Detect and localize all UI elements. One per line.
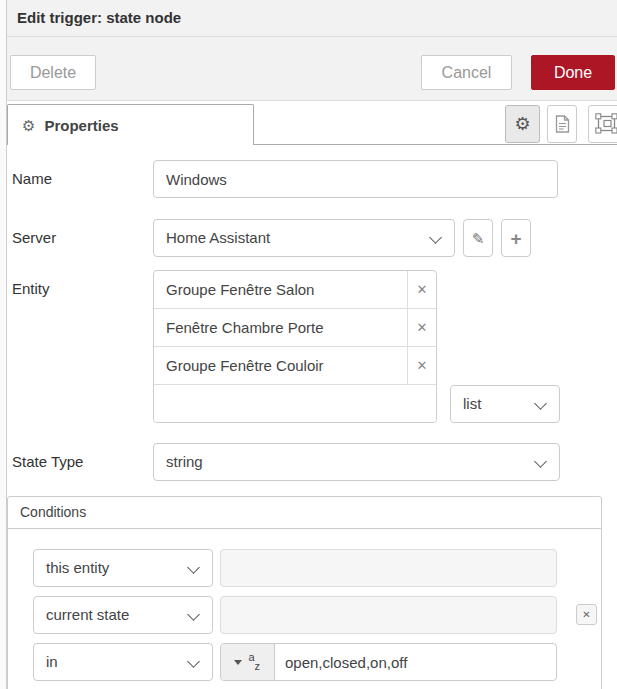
condition-value-input[interactable]	[275, 644, 556, 680]
server-select-value: Home Assistant	[166, 229, 270, 246]
add-server-button[interactable]: +	[501, 219, 531, 257]
chevron-down-icon	[534, 455, 547, 468]
condition-typed-input	[220, 643, 557, 681]
condition-value-input	[220, 549, 557, 587]
name-input[interactable]	[153, 160, 558, 198]
entity-item-label[interactable]: Groupe Fenêtre Salon	[154, 271, 407, 308]
entity-type-value: list	[463, 395, 481, 412]
typed-input-type-button[interactable]	[221, 644, 275, 680]
condition-property-value: this entity	[46, 559, 109, 576]
done-button[interactable]: Done	[531, 55, 615, 90]
entity-list: Groupe Fenêtre Salon ✕ Fenêtre Chambre P…	[153, 270, 437, 423]
remove-entity-button[interactable]: ✕	[407, 271, 436, 308]
dialog-toolbar: Delete Cancel Done	[7, 37, 617, 101]
plus-icon: +	[510, 229, 521, 248]
entity-item: Groupe Fenêtre Couloir ✕	[154, 347, 436, 385]
state-type-value: string	[166, 453, 203, 470]
server-label: Server	[12, 229, 56, 246]
dialog-title: Edit trigger: state node	[7, 0, 617, 36]
chevron-down-icon	[187, 561, 200, 574]
condition-property-select[interactable]: current state	[33, 596, 213, 634]
state-type-select[interactable]: string	[153, 443, 560, 481]
gear-icon: ⚙	[22, 118, 35, 133]
remove-entity-button[interactable]: ✕	[407, 347, 436, 384]
pencil-icon: ✎	[472, 231, 485, 246]
entity-new-row	[154, 385, 436, 422]
remove-entity-button[interactable]: ✕	[407, 309, 436, 346]
edit-server-button[interactable]: ✎	[463, 219, 493, 257]
cancel-button[interactable]: Cancel	[421, 55, 512, 90]
conditions-header: Conditions	[8, 497, 601, 529]
document-icon	[555, 115, 570, 133]
tab-properties[interactable]: ⚙ Properties	[7, 104, 254, 145]
condition-property-value: in	[46, 653, 58, 670]
description-view-button[interactable]	[547, 105, 577, 143]
chevron-down-icon	[429, 231, 442, 244]
entity-label: Entity	[12, 280, 50, 297]
tray-resize-handle[interactable]	[0, 0, 7, 689]
tab-row-divider	[253, 144, 617, 145]
string-type-icon	[249, 652, 262, 672]
new-entity-input[interactable]	[154, 385, 436, 422]
entity-item: Fenêtre Chambre Porte ✕	[154, 309, 436, 347]
condition-value-input	[220, 596, 557, 634]
condition-property-value: current state	[46, 606, 129, 623]
gear-icon: ⚙	[514, 115, 530, 133]
server-select[interactable]: Home Assistant	[153, 219, 455, 257]
state-type-label: State Type	[12, 453, 83, 470]
dialog-header: Edit trigger: state node	[7, 0, 617, 37]
appearance-icon	[595, 113, 617, 135]
chevron-down-icon	[534, 397, 547, 410]
entity-item: Groupe Fenêtre Salon ✕	[154, 271, 436, 309]
chevron-down-icon	[187, 655, 200, 668]
appearance-view-button[interactable]	[588, 105, 617, 143]
tab-properties-label: Properties	[44, 117, 118, 134]
chevron-down-icon	[187, 608, 200, 621]
delete-button[interactable]: Delete	[10, 55, 96, 90]
edit-trigger-dialog: Edit trigger: state node Delete Cancel D…	[0, 0, 617, 689]
condition-property-select[interactable]: in	[33, 643, 213, 681]
entity-type-select[interactable]: list	[450, 385, 560, 423]
entity-item-label[interactable]: Groupe Fenêtre Couloir	[154, 347, 407, 384]
properties-view-button[interactable]: ⚙	[505, 105, 540, 143]
triangle-down-icon	[234, 660, 242, 665]
entity-item-label[interactable]: Fenêtre Chambre Porte	[154, 309, 407, 346]
name-label: Name	[12, 170, 52, 187]
remove-condition-button[interactable]: ✕	[576, 604, 597, 625]
condition-property-select[interactable]: this entity	[33, 549, 213, 587]
